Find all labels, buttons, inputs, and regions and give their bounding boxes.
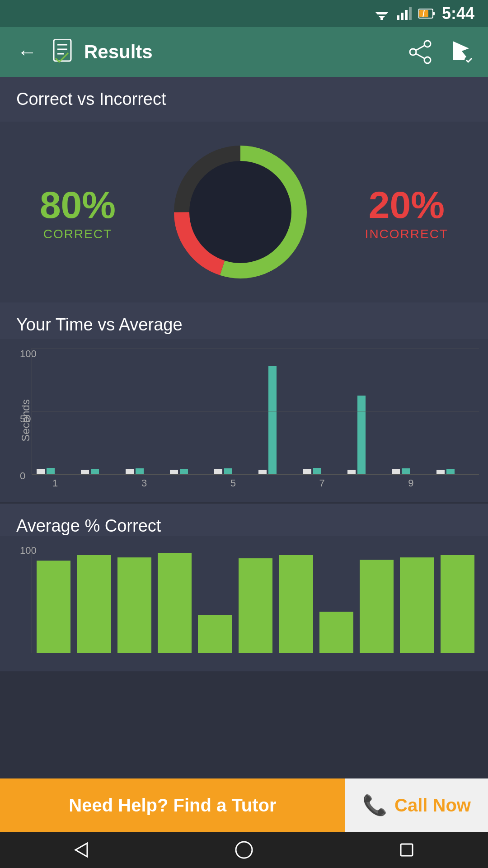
phone-icon: 📞 xyxy=(362,793,387,817)
svg-point-27 xyxy=(236,842,252,858)
donut-svg xyxy=(168,140,313,284)
bottom-banner[interactable]: Need Help? Find a Tutor 📞 Call Now xyxy=(0,778,488,832)
bar-group-9 xyxy=(392,468,430,474)
x-axis-labels: 1 3 5 7 9 xyxy=(32,475,479,489)
svg-point-16 xyxy=(424,41,431,47)
nav-recents-icon xyxy=(396,840,417,860)
nav-back-icon xyxy=(71,840,92,860)
bar-teal-3 xyxy=(136,468,144,474)
y-tick-0: 0 xyxy=(20,470,25,482)
gridline-50 xyxy=(32,411,479,412)
incorrect-label: INCORRECT xyxy=(365,227,448,241)
wifi-icon xyxy=(373,7,390,20)
svg-rect-9 xyxy=(433,12,435,15)
avg-bar-4 xyxy=(158,553,192,653)
app-bar-actions xyxy=(407,38,474,66)
avg-bar-11 xyxy=(441,555,474,653)
bar-white-1 xyxy=(37,469,45,474)
average-correct-title: Average % Correct xyxy=(16,516,161,535)
incorrect-percent-label: 20% INCORRECT xyxy=(365,183,448,241)
svg-rect-12 xyxy=(54,39,71,61)
x-label-2 xyxy=(80,477,118,489)
call-now-label: Call Now xyxy=(394,795,471,816)
avg-chart-container: 100 xyxy=(0,536,488,671)
bar-group-2 xyxy=(81,469,119,474)
correct-percent-value: 80% xyxy=(40,183,116,227)
svg-marker-26 xyxy=(75,843,87,857)
x-label-7: 7 xyxy=(303,477,341,489)
results-icon xyxy=(50,39,75,65)
correct-vs-incorrect-header: Correct vs Incorrect xyxy=(0,77,488,122)
back-button[interactable]: ← xyxy=(14,38,41,66)
bar-white-4 xyxy=(170,470,178,474)
bar-teal-7 xyxy=(313,468,321,474)
x-label-1: 1 xyxy=(36,477,74,489)
navigation-bar xyxy=(0,832,488,868)
bar-white-5 xyxy=(214,469,222,474)
status-icons: 5:44 xyxy=(373,4,474,23)
correct-percent-label: 80% CORRECT xyxy=(40,183,116,241)
svg-rect-4 xyxy=(397,15,399,20)
x-label-5: 5 xyxy=(214,477,252,489)
svg-line-20 xyxy=(416,54,424,58)
nav-home-button[interactable] xyxy=(221,836,267,863)
avg-bar-1 xyxy=(37,561,70,653)
x-label-6 xyxy=(258,477,296,489)
bar-group-6 xyxy=(258,366,296,474)
bar-white-3 xyxy=(126,469,134,474)
avg-bar-7 xyxy=(279,555,313,653)
time-bar-chart: Seconds 100 50 0 xyxy=(0,339,488,502)
correct-label: CORRECT xyxy=(40,227,116,241)
bar-teal-6 xyxy=(268,366,277,474)
correct-vs-incorrect-title: Correct vs Incorrect xyxy=(16,90,166,108)
bar-teal-5 xyxy=(224,468,232,474)
avg-gridline-100 xyxy=(32,545,479,545)
y-tick-50: 50 xyxy=(20,413,31,425)
svg-line-19 xyxy=(416,46,424,50)
donut-chart xyxy=(168,140,313,284)
x-label-9: 9 xyxy=(392,477,430,489)
x-label-8 xyxy=(347,477,385,489)
avg-bar-2 xyxy=(77,555,111,653)
bar-group-1 xyxy=(37,468,75,474)
time-vs-average-title: Your Time vs Average xyxy=(16,315,183,334)
bar-group-4 xyxy=(170,469,208,474)
share-button[interactable] xyxy=(407,38,434,66)
bar-teal-4 xyxy=(180,469,188,474)
average-correct-section: Average % Correct xyxy=(0,504,488,536)
bar-teal-1 xyxy=(47,468,55,474)
signal-icon xyxy=(397,7,412,20)
bar-group-7 xyxy=(303,468,341,474)
x-label-10 xyxy=(436,477,474,489)
x-label-4 xyxy=(169,477,207,489)
nav-home-icon xyxy=(234,840,254,860)
find-tutor-label: Need Help? Find a Tutor xyxy=(69,795,276,816)
app-bar: ← Results xyxy=(0,27,488,77)
bar-white-9 xyxy=(392,469,400,474)
bar-teal-10 xyxy=(446,469,455,474)
bookmark-button[interactable] xyxy=(447,38,474,66)
svg-rect-7 xyxy=(409,7,412,20)
bar-teal-2 xyxy=(91,469,99,474)
donut-chart-section: 80% CORRECT 20% INCORRECT xyxy=(0,122,488,302)
share-icon xyxy=(408,40,432,64)
bar-white-6 xyxy=(258,470,267,474)
avg-bar-3 xyxy=(117,557,151,653)
avg-bar-10 xyxy=(400,557,434,653)
battery-icon xyxy=(418,8,436,19)
bar-group-3 xyxy=(126,468,164,474)
nav-back-button[interactable] xyxy=(59,836,104,863)
call-now-button[interactable]: 📞 Call Now xyxy=(345,778,488,832)
find-tutor-button[interactable]: Need Help? Find a Tutor xyxy=(0,778,345,832)
bar-white-8 xyxy=(347,470,356,474)
status-bar: 5:44 xyxy=(0,0,488,27)
bar-group-10 xyxy=(436,469,474,474)
bar-group-8 xyxy=(347,396,385,474)
bar-white-2 xyxy=(81,470,89,474)
bar-teal-9 xyxy=(402,468,410,474)
avg-bars-area xyxy=(32,545,479,653)
nav-recents-button[interactable] xyxy=(384,836,429,863)
avg-bar-6 xyxy=(239,558,272,653)
avg-bar-5 xyxy=(198,615,232,653)
svg-rect-28 xyxy=(401,844,413,856)
